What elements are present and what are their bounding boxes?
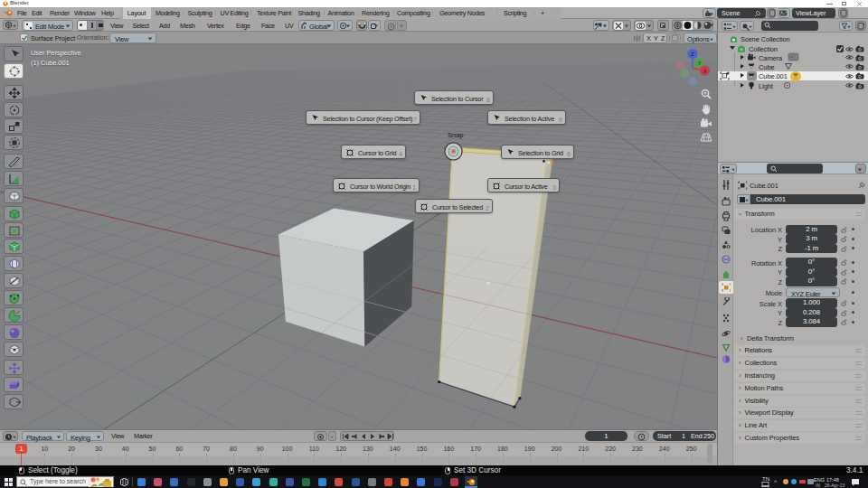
svg-text:Y: Y [698,61,702,66]
svg-text:X: X [703,69,707,74]
